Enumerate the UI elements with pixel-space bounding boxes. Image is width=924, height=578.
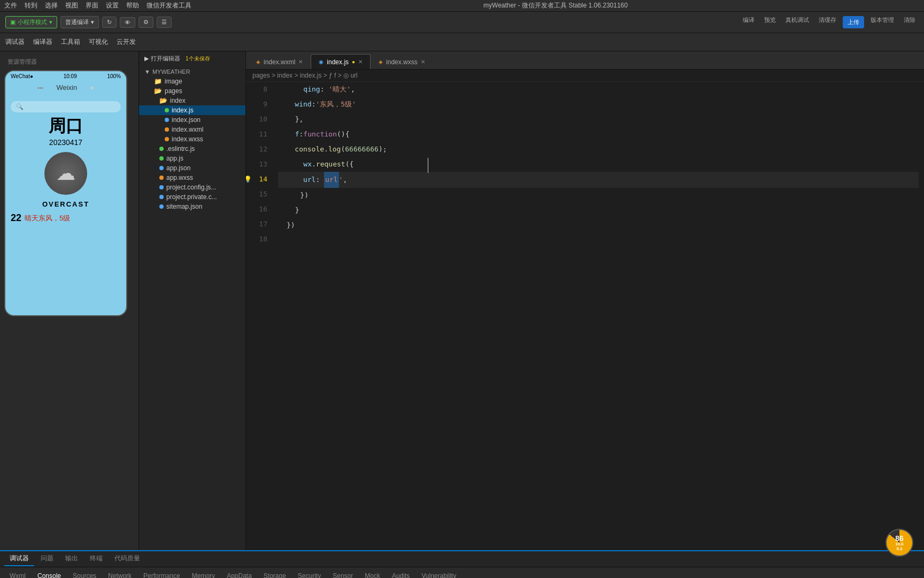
appjs-dot-icon (159, 156, 164, 161)
folder-index-label: index (170, 97, 186, 104)
compiler-label[interactable]: 编译器 (33, 37, 52, 47)
tab-problems[interactable]: 问题 (35, 552, 59, 566)
file-indexjs[interactable]: index.js (139, 105, 245, 115)
search-icon: 🔍 (16, 103, 24, 110)
menu-interface[interactable]: 界面 (86, 1, 98, 10)
debugger-label[interactable]: 调试器 (5, 37, 25, 47)
file-appjs[interactable]: app.js (139, 154, 245, 163)
collapse-16[interactable] (278, 203, 287, 218)
wechat-nav: ••• Weixin ● (11, 83, 121, 92)
collapse-10[interactable] (278, 112, 287, 127)
menu-view[interactable]: 视图 (65, 1, 78, 10)
file-sitemap[interactable]: sitemap.json (139, 202, 245, 211)
tab-indexjs[interactable]: ◉ index.js ● ✕ (311, 54, 371, 69)
file-tree-panel: ▶ 打开编辑器 1个未保存 ▼ MYWEATHER 📁 image 📂 page… (139, 51, 246, 550)
battery-label: 100% (107, 73, 121, 79)
signal-label: WeChat● (11, 73, 33, 79)
devtools-panel: 调试器 问题 输出 终端 代码质量 Wxml Console Sources N… (0, 550, 924, 578)
weixin-label: Weixin (56, 83, 77, 92)
devtab-sensor[interactable]: Sensor (327, 570, 358, 579)
visualize-label[interactable]: 可视化 (89, 37, 108, 47)
devtab-wxml[interactable]: Wxml (4, 570, 31, 579)
devtab-console[interactable]: Console (32, 570, 66, 579)
file-projectconfig[interactable]: project.config.js... (139, 182, 245, 192)
breadcrumb-text: pages > index > index.js > ƒ f > ◎ url (252, 72, 358, 79)
preview-eye-btn[interactable]: 👁 (120, 17, 135, 28)
simulator-panel: 资源管理器 WeChat● 10:09 100% ••• Weixin ● (0, 51, 139, 550)
devtab-memory[interactable]: Memory (187, 570, 220, 579)
collapse-17[interactable] (278, 218, 287, 233)
close-tab-indexwxss[interactable]: ✕ (421, 59, 425, 65)
code-line-17: }) (278, 218, 919, 233)
close-tab-indexjs[interactable]: ✕ (358, 59, 363, 65)
more-btn[interactable]: ☰ (157, 17, 172, 28)
tab-code-quality[interactable]: 代码质量 (109, 552, 145, 566)
devtab-storage[interactable]: Storage (258, 570, 291, 579)
devtab-performance[interactable]: Performance (138, 570, 186, 579)
search-bar[interactable]: 🔍 (11, 101, 121, 112)
folder-pages[interactable]: 📂 pages (139, 86, 245, 96)
phone-content: 🔍 周口 20230417 ☁ OVERCAST 22 晴天东风，5级 (5, 94, 126, 233)
folder-open-icon-2: 📂 (159, 97, 167, 104)
tab-debugger[interactable]: 调试器 (4, 552, 34, 566)
preview-label: 预览 (764, 16, 776, 28)
toolbox-label[interactable]: 工具箱 (61, 37, 80, 47)
mode-btn[interactable]: ▣ 小程序模式 ▾ (5, 16, 57, 28)
code-content[interactable]: 8 9 10 11 12 13 💡 14 15 16 17 18 (246, 82, 924, 550)
menu-help[interactable]: 帮助 (126, 1, 139, 10)
file-appwxss[interactable]: app.wxss (139, 173, 245, 182)
menu-select[interactable]: 选择 (45, 1, 58, 10)
tab-indexjs-label: index.js (327, 58, 349, 66)
file-eslintrc[interactable]: .eslintrc.js (139, 144, 245, 154)
devtab-appdata[interactable]: AppData (221, 570, 257, 579)
file-projectprivate-label: project.private.c... (166, 193, 217, 201)
file-indexjson[interactable]: index.json (139, 115, 245, 125)
refresh-btn[interactable]: ↻ (102, 17, 117, 28)
translate-btn[interactable]: 普通编译 ▾ (60, 16, 99, 28)
real-debug-label: 真机调试 (786, 16, 809, 28)
file-indexwxml-label: index.wxml (172, 126, 203, 133)
json-dot-icon (165, 118, 169, 122)
menu-settings[interactable]: 设置 (106, 1, 119, 10)
folder-icon: 📁 (154, 78, 162, 85)
collapse-15[interactable] (295, 188, 300, 203)
file-projectprivate[interactable]: project.private.c... (139, 192, 245, 202)
collapse-13[interactable] (278, 157, 287, 172)
close-tab-indexwxml[interactable]: ✕ (298, 59, 303, 65)
file-indexwxml[interactable]: index.wxml (139, 125, 245, 134)
tab-indexwxss[interactable]: ◈ index.wxss ✕ (371, 54, 433, 69)
chevron-down-icon: ▾ (49, 19, 52, 26)
phone-container: 资源管理器 WeChat● 10:09 100% ••• Weixin ● (0, 51, 138, 550)
devtab-network[interactable]: Network (103, 570, 137, 579)
cloud-label[interactable]: 云开发 (117, 37, 136, 47)
unsaved-count: 1个未保存 (186, 55, 210, 63)
code-line-14: url: url', (278, 172, 919, 188)
code-area[interactable]: qing: '晴大', wind:'东风，5级' }, f:function()… (273, 82, 924, 550)
collapse-11[interactable] (278, 127, 287, 142)
tab-terminal[interactable]: 终端 (84, 552, 108, 566)
upload-btn[interactable]: 上传 (843, 16, 864, 28)
menu-wechat-devtools[interactable]: 微信开发者工具 (147, 1, 191, 10)
collapse-8[interactable] (278, 82, 287, 97)
folder-index[interactable]: 📂 index (139, 96, 245, 105)
file-indexwxss[interactable]: index.wxss (139, 134, 245, 144)
menu-goto[interactable]: 转到 (25, 1, 37, 10)
devtab-security[interactable]: Security (292, 570, 326, 579)
tab-output[interactable]: 输出 (60, 552, 83, 566)
project-header[interactable]: ▼ MYWEATHER (139, 67, 245, 77)
phone-preview: WeChat● 10:09 100% ••• Weixin ● 🔍 周口 (4, 70, 127, 316)
project-section: ▼ MYWEATHER 📁 image 📂 pages 📂 index inde… (139, 66, 245, 212)
app-title: myWeather - 微信开发者工具 Stable 1.06.2301160 (199, 1, 912, 10)
devtab-audits[interactable]: Audits (387, 570, 415, 579)
expand-icon: ▶ (144, 55, 149, 62)
phone-header: ••• Weixin ● (5, 81, 126, 94)
devtab-sources[interactable]: Sources (67, 570, 102, 579)
tab-indexwxml[interactable]: ◈ index.wxml ✕ (248, 54, 311, 69)
menu-file[interactable]: 文件 (4, 1, 17, 10)
settings-btn[interactable]: ⚙ (138, 17, 153, 28)
folder-image[interactable]: 📁 image (139, 77, 245, 86)
devtab-vulnerability[interactable]: Vulnerability (416, 570, 461, 579)
devtab-mock[interactable]: Mock (359, 570, 386, 579)
file-appjson[interactable]: app.json (139, 163, 245, 173)
chevron-down-icon-2: ▾ (91, 19, 94, 26)
